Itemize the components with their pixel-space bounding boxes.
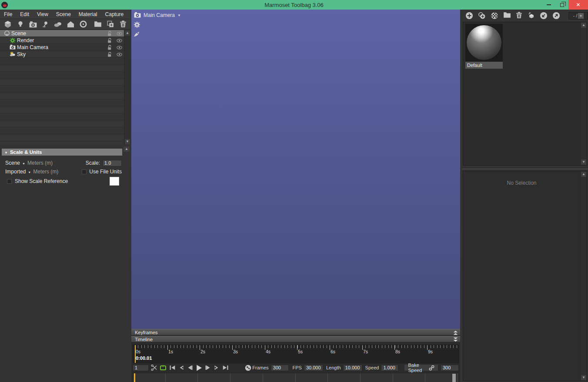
scale-input[interactable] xyxy=(103,160,122,166)
add-camera-icon[interactable] xyxy=(29,20,37,28)
bake-speed-input[interactable] xyxy=(441,365,459,371)
add-mesh-cube-icon[interactable] xyxy=(3,20,12,28)
timeline-range-track[interactable] xyxy=(133,373,459,382)
delete-trash-icon[interactable] xyxy=(516,12,522,20)
current-frame-input[interactable] xyxy=(133,365,149,371)
visibility-eye-icon[interactable] xyxy=(117,52,122,57)
collapse-down-icon[interactable] xyxy=(453,337,458,342)
tree-row-main-camera[interactable]: Main Camera xyxy=(0,44,124,51)
tree-empty-row xyxy=(0,93,124,100)
lock-icon[interactable] xyxy=(107,31,113,37)
scroll-up-icon[interactable]: ▲ xyxy=(125,30,130,36)
restore-button[interactable] xyxy=(555,0,568,10)
skip-to-end-button[interactable] xyxy=(222,365,229,371)
fps-label: FPS xyxy=(293,365,302,370)
scroll-down-icon[interactable]: ▼ xyxy=(125,139,130,144)
bake-speed-button[interactable]: Bake Speed xyxy=(404,364,438,371)
viewport-settings-gear-icon[interactable] xyxy=(134,21,140,28)
ruler-minor-ticks xyxy=(135,345,458,348)
visibility-eye-icon[interactable] xyxy=(117,45,122,50)
collapse-triangle-icon: ▼ xyxy=(4,151,8,155)
timeline-ruler[interactable]: 0s 1s 2s 3s 4s 5s 6s 7s 8s 9s 0:00.01 xyxy=(133,345,459,363)
add-backdrop-icon[interactable] xyxy=(67,20,75,28)
duplicate-material-icon[interactable] xyxy=(478,12,486,20)
lock-icon[interactable] xyxy=(107,45,113,50)
menu-scene[interactable]: Scene xyxy=(52,10,75,19)
export-icon[interactable] xyxy=(552,12,560,20)
close-button[interactable]: ✕ xyxy=(568,0,588,10)
fps-input[interactable] xyxy=(304,365,323,371)
tree-label: Sky xyxy=(17,51,26,57)
material-sphere-icon[interactable] xyxy=(491,12,498,20)
visibility-eye-icon[interactable] xyxy=(117,38,122,43)
timeline-bar[interactable]: Timeline xyxy=(131,336,460,342)
speed-input[interactable] xyxy=(381,365,398,371)
add-disc-icon[interactable] xyxy=(79,20,87,28)
scale-reference-color-swatch[interactable] xyxy=(110,177,119,186)
visibility-eye-icon[interactable] xyxy=(117,31,122,37)
menu-edit[interactable]: Edit xyxy=(16,10,33,19)
menu-file[interactable]: File xyxy=(0,10,16,19)
duplicate-icon[interactable] xyxy=(106,20,114,28)
scroll-down-icon[interactable]: ▼ xyxy=(581,375,586,380)
panel-divider[interactable] xyxy=(462,167,588,171)
expand-up-icon[interactable] xyxy=(453,330,458,335)
previous-keyframe-button[interactable] xyxy=(178,365,184,371)
next-keyframe-button[interactable] xyxy=(214,365,220,371)
track-handle[interactable] xyxy=(452,374,456,382)
material-scrollbar[interactable]: ▲ ▼ xyxy=(580,22,587,165)
tree-empty-row xyxy=(0,100,124,106)
keyframes-bar[interactable]: Keyframes xyxy=(131,329,460,335)
ruler-tick-label: 6s xyxy=(331,349,335,354)
add-sky-icon[interactable] xyxy=(54,20,62,28)
frames-input[interactable] xyxy=(271,365,289,371)
tree-row-sky[interactable]: Sky xyxy=(0,51,124,58)
menu-material[interactable]: Material xyxy=(75,10,101,19)
loop-toggle-icon[interactable] xyxy=(160,365,167,371)
keyframe-key-icon[interactable] xyxy=(245,365,251,371)
tree-row-render[interactable]: Render xyxy=(0,37,124,44)
trim-scissors-icon[interactable] xyxy=(151,365,157,371)
imported-unit-dropdown[interactable]: Imported▼Meters (m) xyxy=(5,169,58,175)
tree-scrollbar[interactable]: ▲ ▼ xyxy=(124,30,130,145)
filter-plus[interactable]: + xyxy=(578,13,583,19)
play-button[interactable] xyxy=(195,365,202,371)
use-file-units-checkbox[interactable] xyxy=(82,169,87,174)
import-icon[interactable] xyxy=(540,12,548,20)
scroll-up-icon[interactable]: ▲ xyxy=(581,172,586,177)
lock-icon[interactable] xyxy=(107,38,113,43)
refresh-preview-icon[interactable] xyxy=(527,12,535,20)
scene-unit-dropdown[interactable]: Scene▼Meters (m) xyxy=(5,160,53,166)
menu-capture[interactable]: Capture xyxy=(101,10,128,19)
add-turntable-icon[interactable] xyxy=(41,20,50,28)
material-filter-field[interactable]: - / + xyxy=(568,12,588,20)
minimize-button[interactable] xyxy=(542,0,555,10)
material-tile-default[interactable]: Default xyxy=(465,24,503,69)
ruler-tick-label: 7s xyxy=(363,349,368,354)
length-input[interactable] xyxy=(343,365,362,371)
show-scale-reference-checkbox[interactable] xyxy=(7,179,12,184)
ruler-tick-label: 0s xyxy=(136,349,140,354)
step-forward-button[interactable] xyxy=(204,365,211,371)
viewport-rocket-icon[interactable] xyxy=(134,31,140,38)
viewport-camera-dropdown[interactable]: Main Camera ▼ xyxy=(134,12,181,19)
skip-to-start-button[interactable] xyxy=(169,365,175,371)
properties-scrollbar[interactable]: ▲ ▼ xyxy=(580,171,587,381)
sky-sun-icon xyxy=(10,51,16,57)
open-folder-icon[interactable] xyxy=(94,20,102,28)
lock-icon[interactable] xyxy=(107,52,113,57)
step-back-button[interactable] xyxy=(187,365,193,371)
menu-view[interactable]: View xyxy=(33,10,52,19)
tree-row-scene[interactable]: Scene xyxy=(0,30,124,37)
scale-units-header[interactable]: ▼Scale & Units xyxy=(2,149,122,156)
folder-icon[interactable] xyxy=(503,12,511,20)
scroll-up-icon[interactable]: ▲ xyxy=(581,23,586,28)
add-light-icon[interactable] xyxy=(16,20,24,28)
current-time: 0:00.01 xyxy=(136,355,152,361)
delete-trash-icon[interactable] xyxy=(119,20,127,28)
scroll-up-icon[interactable]: ▲ xyxy=(124,146,130,152)
scroll-down-icon[interactable]: ▼ xyxy=(581,159,586,165)
new-material-icon[interactable] xyxy=(465,12,473,20)
viewport[interactable]: Main Camera ▼ xyxy=(131,10,460,329)
track-playhead[interactable] xyxy=(134,373,135,382)
